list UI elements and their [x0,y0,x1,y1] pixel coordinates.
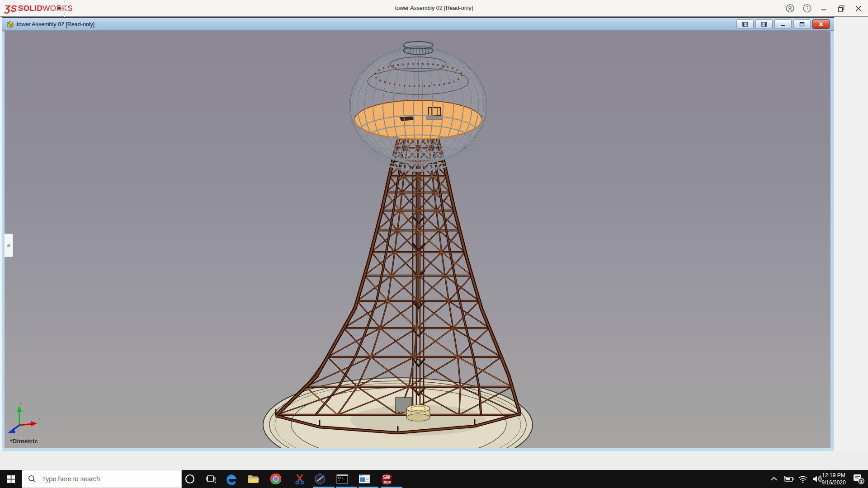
graphics-viewport[interactable]: x *Dimetric [5,31,830,448]
start-button[interactable] [0,470,22,488]
view-orientation-label: *Dimetric [10,438,38,445]
taskbar-clock[interactable]: 12:19 PM 9/16/2020 [817,472,850,486]
wifi-icon[interactable] [798,474,807,483]
snipping-tool-icon[interactable] [293,473,306,485]
app-window-title: tower Assembly 02 [Read-only] [0,0,868,17]
featuremanager-splitter-handle[interactable] [5,234,13,257]
taskbar: C:\_ SW 2020 [0,470,868,488]
clock-time: 12:19 PM [817,472,850,479]
chrome-icon[interactable] [269,473,282,485]
svg-text:2020: 2020 [383,480,391,484]
help-icon[interactable]: ? [800,2,814,15]
file-explorer-icon[interactable] [247,473,259,485]
edge-icon[interactable] [225,473,238,485]
app-background-strip [0,451,868,470]
start-icon [7,475,15,483]
clock-date: 9/16/2020 [817,479,850,486]
app-titlebar: ƷS SOLID WORKS ▶ tower Assembly 02 [Read… [0,0,868,17]
close-icon[interactable] [852,2,865,15]
svg-text:SW: SW [383,475,391,480]
document-border-right [830,31,834,449]
search-icon [22,475,42,483]
search-input[interactable] [42,475,169,483]
account-icon[interactable] [783,2,797,15]
restore-icon[interactable] [793,19,811,29]
solidworks-2020-icon[interactable]: SW 2020 [380,473,393,485]
restore-icon[interactable] [835,2,848,15]
svg-text:?: ? [806,5,808,11]
hexagon-app-icon[interactable] [314,473,326,485]
dome [350,42,486,171]
split-left-icon[interactable] [736,19,754,29]
close-icon[interactable] [812,19,830,29]
split-right-icon[interactable] [755,19,773,29]
document-title: tower Assembly 02 [Read-only] [17,21,94,28]
svg-text:1: 1 [860,479,863,483]
splitter-dot [7,244,10,247]
triad-x-label: x [38,416,41,421]
document-titlebar[interactable]: tower Assembly 02 [Read-only] [2,18,834,31]
photos-app-icon[interactable] [358,473,371,485]
assembly-document-icon [6,21,14,28]
chevron-up-icon[interactable] [769,474,778,483]
task-view-icon[interactable] [204,473,217,485]
battery-icon[interactable] [783,474,793,483]
minimize-icon[interactable] [817,2,831,15]
taskbar-search[interactable] [22,470,182,488]
notification-icon[interactable]: 1 [853,474,862,483]
tower-model: x [5,31,830,448]
cortana-icon[interactable] [184,473,196,485]
command-prompt-icon[interactable]: C:\_ [336,473,349,485]
svg-text:C:\_: C:\_ [338,477,345,480]
orientation-triad: x [8,403,41,433]
document-window: tower Assembly 02 [Read-only] x [2,17,834,451]
minimize-icon[interactable] [774,19,792,29]
